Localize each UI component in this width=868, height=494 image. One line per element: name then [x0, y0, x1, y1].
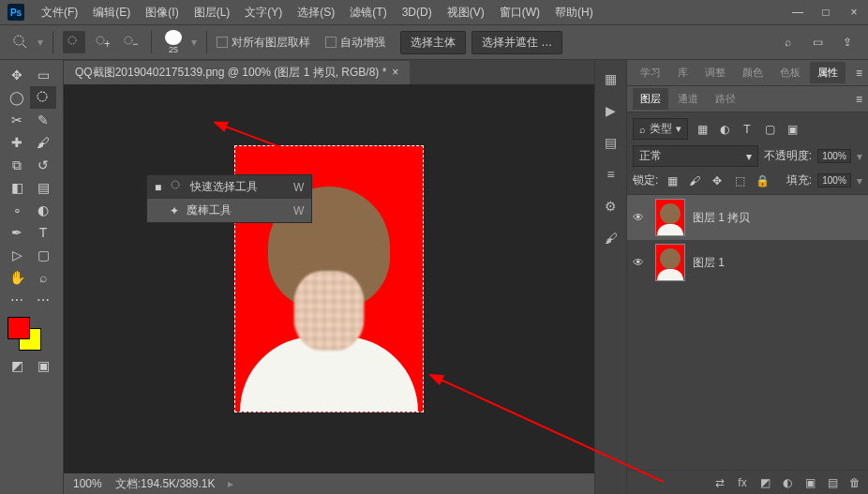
blend-mode-dropdown[interactable]: 正常▾ [633, 145, 758, 167]
healing-tool[interactable]: ✚ [4, 131, 30, 154]
filter-smart-icon[interactable]: ▣ [784, 122, 801, 137]
visibility-toggle-icon[interactable]: 👁 [633, 256, 648, 269]
fx-icon[interactable]: fx [735, 476, 750, 489]
lock-transparent-icon[interactable]: ▦ [664, 173, 681, 188]
layer-row[interactable]: 👁 图层 1 [627, 240, 868, 285]
adjustment-icon[interactable]: ◐ [780, 476, 795, 489]
quick-mask-tool[interactable]: ◩ [4, 354, 30, 377]
auto-enhance-checkbox[interactable]: 自动增强 [325, 35, 385, 51]
menu-select[interactable]: 选择(S) [290, 5, 342, 21]
trash-icon[interactable]: 🗑 [847, 476, 862, 489]
add-selection-icon[interactable]: + [91, 31, 113, 53]
group-icon[interactable]: ▣ [802, 476, 817, 489]
sample-all-layers-checkbox[interactable]: 对所有图层取样 [217, 35, 310, 51]
stamp-tool[interactable]: ⧉ [4, 154, 30, 176]
document-tab[interactable]: QQ截图20190402175139.png @ 100% (图层 1 拷贝, … [64, 61, 410, 84]
edit-toolbar[interactable]: ⋯ [30, 289, 56, 311]
close-button[interactable]: × [840, 0, 868, 24]
fill-value[interactable]: 100% [817, 173, 851, 187]
eyedropper-tool[interactable]: ✎ [30, 109, 56, 131]
foreground-color-swatch[interactable] [7, 317, 30, 339]
workspace-icon[interactable]: ▭ [806, 31, 829, 53]
mask-icon[interactable]: ◩ [757, 476, 772, 489]
select-and-mask-button[interactable]: 选择并遮住 … [471, 31, 562, 54]
maximize-button[interactable]: □ [812, 0, 840, 24]
layer-row[interactable]: 👁 图层 1 拷贝 [627, 195, 868, 240]
panel-menu-icon[interactable]: ≡ [856, 67, 862, 80]
shape-tool[interactable]: ▢ [30, 244, 56, 266]
menu-type[interactable]: 文字(Y) [237, 5, 290, 21]
share-icon[interactable]: ⇪ [836, 31, 859, 53]
type-tool[interactable]: T [30, 221, 56, 244]
select-subject-button[interactable]: 选择主体 [400, 31, 466, 54]
history-brush-tool[interactable]: ↺ [30, 154, 56, 176]
panel-menu-icon[interactable]: ≡ [856, 93, 862, 106]
tab-swatches[interactable]: 色板 [772, 62, 808, 83]
tab-paths[interactable]: 路径 [708, 88, 743, 110]
play-icon[interactable]: ▶ [600, 99, 622, 122]
close-tab-icon[interactable]: × [392, 66, 398, 79]
search-icon[interactable]: ⌕ [776, 31, 799, 53]
lock-position-icon[interactable]: ✥ [709, 173, 726, 188]
current-tool-icon[interactable] [9, 31, 32, 53]
menu-edit[interactable]: 编辑(E) [85, 5, 138, 21]
filter-adjust-icon[interactable]: ◐ [716, 122, 733, 137]
new-selection-icon[interactable] [63, 31, 85, 53]
tab-adjustments[interactable]: 调整 [697, 62, 733, 83]
list-icon[interactable]: ≡ [600, 163, 622, 186]
crop-tool[interactable]: ✂ [4, 109, 30, 131]
lock-paint-icon[interactable]: 🖌 [686, 173, 703, 188]
filter-shape-icon[interactable]: ▢ [761, 122, 778, 137]
menu-filter[interactable]: 滤镜(T) [342, 5, 394, 21]
tab-libraries[interactable]: 库 [670, 62, 696, 83]
brush-panel-icon[interactable]: 🖌 [600, 227, 622, 249]
menu-window[interactable]: 窗口(W) [492, 5, 547, 21]
blur-tool[interactable]: ∘ [4, 199, 30, 221]
subtract-selection-icon[interactable]: − [119, 31, 142, 53]
lock-all-icon[interactable]: 🔒 [754, 173, 771, 188]
brush-preview[interactable]: 25 [161, 30, 186, 54]
eraser-tool[interactable]: ◧ [4, 176, 30, 199]
more-tools[interactable]: ⋯ [4, 289, 30, 311]
lock-artboard-icon[interactable]: ⬚ [731, 173, 748, 188]
adjust-icon[interactable]: ⚙ [600, 195, 622, 217]
link-icon[interactable]: ⇄ [712, 476, 727, 489]
dodge-tool[interactable]: ◐ [30, 199, 56, 221]
menu-view[interactable]: 视图(V) [440, 5, 492, 21]
layer-name[interactable]: 图层 1 [693, 255, 725, 271]
layer-thumbnail[interactable] [655, 244, 685, 281]
tab-layers[interactable]: 图层 [633, 88, 668, 110]
hand-tool[interactable]: ✋ [4, 266, 30, 289]
flyout-quick-select[interactable]: ■ 快速选择工具 W [147, 175, 311, 199]
swatch-icon[interactable]: ▤ [600, 131, 622, 154]
flyout-magic-wand[interactable]: ✦ 魔棒工具 W [147, 199, 311, 222]
layer-name[interactable]: 图层 1 拷贝 [693, 210, 750, 226]
tab-color[interactable]: 颜色 [735, 62, 771, 83]
quick-select-tool[interactable] [30, 86, 56, 109]
minimize-button[interactable]: — [784, 0, 812, 24]
canvas-viewport[interactable] [64, 84, 594, 473]
menu-help[interactable]: 帮助(H) [547, 5, 601, 21]
path-select-tool[interactable]: ▷ [4, 244, 30, 266]
tab-channels[interactable]: 通道 [670, 88, 706, 110]
lasso-tool[interactable]: ◯ [4, 86, 30, 109]
frames-icon[interactable]: ▦ [600, 67, 622, 90]
move-tool[interactable]: ✥ [4, 64, 30, 86]
menu-file[interactable]: 文件(F) [34, 5, 85, 21]
gradient-tool[interactable]: ▤ [30, 176, 56, 199]
marquee-tool[interactable]: ▭ [30, 64, 56, 86]
menu-image[interactable]: 图像(I) [138, 5, 186, 21]
menu-layer[interactable]: 图层(L) [187, 5, 238, 21]
menu-3d[interactable]: 3D(D) [395, 6, 440, 19]
color-swatches[interactable] [7, 317, 59, 354]
filter-type-icon[interactable]: T [739, 122, 756, 137]
pen-tool[interactable]: ✒ [4, 221, 30, 244]
new-layer-icon[interactable]: ▤ [825, 476, 840, 489]
zoom-tool[interactable]: ⌕ [30, 266, 56, 289]
zoom-level[interactable]: 100% [73, 477, 102, 490]
brush-tool[interactable]: 🖌 [30, 131, 56, 154]
tab-properties[interactable]: 属性 [810, 62, 846, 83]
filter-image-icon[interactable]: ▦ [694, 122, 711, 137]
screen-mode-tool[interactable]: ▣ [30, 354, 56, 377]
visibility-toggle-icon[interactable]: 👁 [633, 211, 648, 224]
